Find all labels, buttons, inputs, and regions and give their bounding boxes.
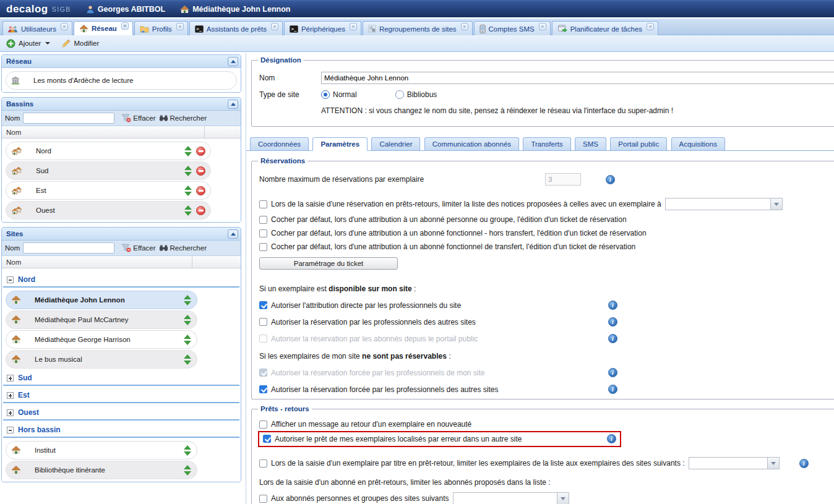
expand-box-icon[interactable]: [7, 409, 14, 416]
collapse-button[interactable]: [228, 57, 238, 66]
collapse-box-icon[interactable]: [7, 276, 14, 283]
exemplar-scope-dropdown[interactable]: [665, 198, 783, 210]
expand-box-icon[interactable]: [7, 392, 14, 399]
sites-name-input[interactable]: [23, 242, 114, 254]
tab-parametres[interactable]: Paramètres: [312, 137, 368, 151]
tab-coordonnees[interactable]: Coordonnées: [250, 137, 309, 150]
move-up-down-icon[interactable]: [184, 166, 192, 176]
tab-profils[interactable]: Profils: [134, 21, 188, 36]
move-up-down-icon[interactable]: [184, 315, 192, 325]
info-icon[interactable]: [608, 385, 617, 394]
tab-acquisitions[interactable]: Acquisitions: [671, 137, 725, 150]
ticket-transfert-checkbox[interactable]: [259, 243, 267, 251]
collapse-button[interactable]: [228, 100, 238, 109]
tab-communication-abonnes[interactable]: Communication abonnés: [424, 137, 519, 150]
network-row[interactable]: Les monts d'Ardèche de lecture: [6, 71, 237, 90]
ticket-fonctionnel-checkbox[interactable]: [259, 229, 267, 237]
tab-calendrier[interactable]: Calendrier: [371, 137, 420, 150]
abonnes-sites-checkbox[interactable]: [259, 495, 267, 503]
close-icon[interactable]: [271, 23, 278, 30]
collapse-box-icon[interactable]: [7, 427, 14, 434]
current-site[interactable]: Médiathèque John Lennon: [180, 5, 290, 14]
limit-exemplaires-checkbox[interactable]: [259, 459, 267, 468]
radio-bibliobus[interactable]: Bibliobus: [395, 90, 437, 99]
close-icon[interactable]: [350, 23, 357, 30]
move-up-down-icon[interactable]: [184, 205, 192, 216]
scheduler-icon: [557, 25, 567, 33]
move-up-down-icon[interactable]: [184, 335, 192, 345]
allow-mislocated-loan-checkbox[interactable]: [263, 435, 271, 443]
close-icon[interactable]: [647, 23, 654, 30]
close-icon[interactable]: [121, 22, 129, 30]
bassin-row[interactable]: Nord: [6, 142, 211, 160]
tab-regroupements-de-sites[interactable]: Regroupements de sites: [363, 21, 473, 36]
bassin-row[interactable]: Ouest: [6, 201, 211, 220]
info-icon[interactable]: [606, 175, 615, 184]
delete-icon[interactable]: [196, 147, 205, 156]
info-icon[interactable]: [799, 459, 809, 468]
limit-notices-checkbox[interactable]: [259, 200, 267, 208]
site-name-input[interactable]: [321, 72, 834, 84]
clear-button[interactable]: Effacer: [121, 244, 155, 252]
site-row[interactable]: Institut: [6, 441, 197, 459]
info-icon[interactable]: [608, 317, 617, 327]
delete-icon[interactable]: [196, 206, 205, 215]
chevron-down-icon[interactable]: [767, 457, 780, 469]
search-button[interactable]: Rechercher: [159, 244, 207, 252]
site-row[interactable]: Médiathèque John Lennon: [6, 291, 197, 309]
move-up-down-icon[interactable]: [184, 465, 192, 476]
tab-planificateur-de-taches[interactable]: Planificateur de tâches: [552, 21, 658, 36]
move-up-down-icon[interactable]: [184, 445, 192, 456]
add-button[interactable]: Ajouter: [6, 39, 50, 48]
expand-box-icon[interactable]: [7, 375, 14, 382]
other-sites-reservation-checkbox[interactable]: [259, 318, 267, 326]
site-row[interactable]: Médiathèque Paul McCartney: [6, 310, 197, 329]
tab-sms[interactable]: SMS: [575, 137, 606, 150]
new-item-message-checkbox[interactable]: [259, 421, 267, 429]
site-row[interactable]: Le bus musical: [6, 350, 197, 369]
chevron-down-icon[interactable]: [770, 198, 783, 210]
tab-comptes-sms[interactable]: Comptes SMS: [474, 21, 551, 36]
close-icon[interactable]: [61, 23, 68, 30]
radio-normal[interactable]: Normal: [321, 90, 357, 99]
bassin-row[interactable]: Sud: [6, 161, 211, 180]
radio-selected-icon[interactable]: [321, 90, 330, 99]
designation-legend: Désignation: [258, 56, 304, 64]
direct-attribution-checkbox[interactable]: [259, 301, 267, 309]
tab-transferts[interactable]: Transferts: [523, 137, 570, 150]
collapse-button[interactable]: [228, 229, 238, 239]
site-row[interactable]: Bibliothèque itinérante: [6, 461, 197, 479]
ticket-person-checkbox[interactable]: [259, 216, 267, 224]
info-icon[interactable]: [608, 301, 617, 310]
bassin-row[interactable]: Est: [6, 181, 211, 200]
delete-icon[interactable]: [196, 186, 205, 195]
abonnes-sites-dropdown[interactable]: [453, 492, 569, 504]
chevron-down-icon[interactable]: [557, 492, 569, 504]
tab-reseau[interactable]: Réseau: [74, 21, 133, 36]
close-icon[interactable]: [461, 23, 468, 30]
move-up-down-icon[interactable]: [184, 354, 192, 365]
ticket-settings-button[interactable]: Paramétrage du ticket: [259, 257, 398, 270]
clear-button[interactable]: Effacer: [121, 114, 155, 122]
bassins-name-input[interactable]: [23, 113, 114, 124]
search-button[interactable]: Rechercher: [159, 114, 207, 122]
close-icon[interactable]: [539, 23, 546, 30]
current-user[interactable]: Georges ABITBOL: [86, 5, 165, 14]
tab-assistants-de-prets[interactable]: Assistants de prêts: [189, 21, 283, 36]
delete-icon[interactable]: [196, 166, 205, 176]
tab-peripheriques[interactable]: Périphériques: [284, 21, 361, 36]
move-up-down-icon[interactable]: [184, 295, 192, 305]
tab-utilisateurs[interactable]: Utilisateurs: [2, 21, 72, 36]
forced-reservation-othersites-checkbox[interactable]: [259, 385, 267, 393]
site-row[interactable]: Médiathèque George Harrison: [6, 330, 197, 349]
move-up-down-icon[interactable]: [184, 186, 192, 196]
sites-filter-dropdown[interactable]: [689, 457, 780, 469]
move-up-down-icon[interactable]: [184, 146, 192, 156]
tab-portail-public[interactable]: Portail public: [610, 137, 667, 150]
info-icon[interactable]: [608, 334, 617, 343]
info-icon[interactable]: [607, 434, 616, 443]
radio-unselected-icon[interactable]: [395, 90, 404, 99]
info-icon[interactable]: [608, 368, 617, 377]
edit-button[interactable]: Modifier: [61, 39, 99, 48]
close-icon[interactable]: [176, 23, 184, 30]
